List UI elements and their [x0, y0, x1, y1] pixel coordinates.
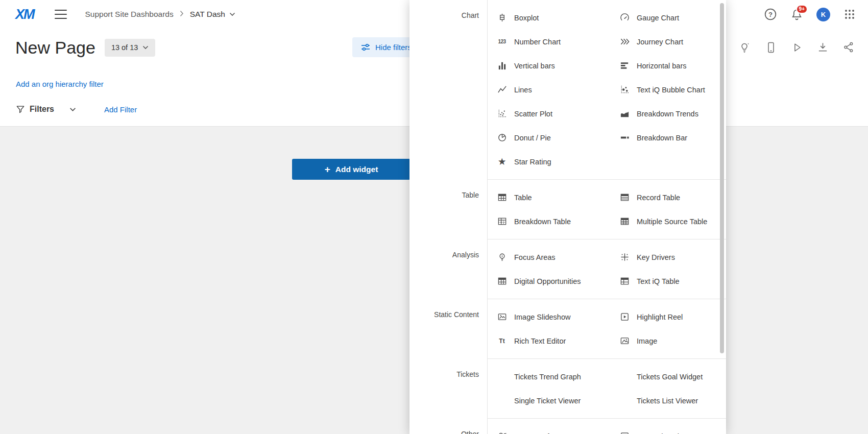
funnel-icon	[16, 105, 25, 114]
org-hierarchy-filter-link[interactable]: Add an org hierarchy filter	[16, 80, 104, 88]
widget-item-breakdown-table[interactable]: Breakdown Table	[488, 216, 610, 227]
page-selector[interactable]: 13 of 13	[105, 39, 155, 57]
filter-sliders-icon	[360, 42, 371, 53]
apps-grid-icon[interactable]	[843, 8, 856, 20]
widget-item-record-table[interactable]: Record Table	[610, 192, 726, 203]
record-table-icon	[619, 192, 630, 203]
widget-item-scatter-plot[interactable]: Scatter Plot	[488, 109, 610, 119]
textiq-bubble-chart-icon	[619, 85, 630, 95]
widget-item-star-rating[interactable]: ★ Star Rating	[488, 157, 610, 167]
filters-row: Filters Add Filter	[16, 100, 137, 118]
help-icon[interactable]: ?	[764, 8, 777, 21]
notifications-bell-icon[interactable]: 9+	[790, 8, 803, 21]
widget-item-digital-opportunities[interactable]: Digital Opportunities	[488, 276, 610, 286]
filters-toggle[interactable]: Filters	[16, 105, 76, 114]
widget-item-number-chart[interactable]: 123 Number Chart	[488, 37, 610, 47]
widget-item-textiq-bubble-chart[interactable]: Text iQ Bubble Chart	[610, 85, 726, 95]
panel-scrollbar[interactable]	[720, 3, 724, 353]
star-icon: ★	[497, 157, 507, 167]
rich-text-icon: Tt	[497, 336, 507, 346]
section-label: Table	[409, 180, 487, 239]
widget-item-breakdown-trends[interactable]: Breakdown Trends	[610, 109, 726, 119]
xm-logo[interactable]: XM	[15, 7, 34, 22]
mobile-preview-icon[interactable]	[765, 41, 777, 54]
widget-item-tickets-trend-graph[interactable]: Tickets Trend Graph	[488, 373, 610, 381]
widget-item-lines[interactable]: Lines	[488, 85, 610, 95]
digital-opportunities-icon	[497, 276, 507, 286]
horizontal-bars-icon	[619, 61, 630, 71]
widget-item-textiq-table[interactable]: Text iQ Table	[610, 276, 726, 286]
download-icon[interactable]	[817, 41, 829, 53]
widget-item-breakdown-bar[interactable]: Breakdown Bar	[610, 133, 726, 143]
chevron-down-icon	[142, 45, 149, 50]
breakdown-table-icon	[497, 216, 507, 227]
widget-item-tickets-list-viewer[interactable]: Tickets List Viewer	[610, 397, 726, 405]
panel-section-static-content: Static Content Image Slideshow Highlight…	[409, 299, 726, 359]
widget-item-boxplot[interactable]: Boxplot	[488, 13, 610, 23]
widget-item-image[interactable]: Image	[610, 336, 726, 346]
add-widget-button[interactable]: + Add widget	[292, 159, 411, 180]
section-label: Chart	[409, 0, 487, 180]
widget-item-image-slideshow[interactable]: Image Slideshow	[488, 312, 610, 322]
breadcrumb: Support Site Dashboards SAT Dash	[85, 10, 235, 19]
chevron-down-icon	[229, 12, 235, 16]
panel-section-other: Other Agent Performance Interaction List	[409, 419, 726, 434]
widget-item-multiple-source-table[interactable]: Multiple Source Table	[610, 216, 726, 227]
agent-performance-icon	[497, 431, 507, 434]
user-avatar[interactable]: K	[816, 8, 830, 21]
notifications-badge: 9+	[796, 5, 808, 14]
panel-section-chart: Chart Boxplot Gauge Chart 123 Number Cha…	[409, 0, 726, 180]
widget-item-journey-chart[interactable]: Journey Chart	[610, 37, 726, 47]
image-icon	[619, 336, 630, 346]
chevron-down-icon	[69, 107, 76, 112]
widget-item-tickets-goal-widget[interactable]: Tickets Goal Widget	[610, 373, 726, 381]
focus-areas-lightbulb-icon	[497, 252, 507, 262]
table-icon	[497, 192, 507, 203]
vertical-bars-icon	[497, 61, 507, 71]
breadcrumb-separator-icon	[180, 10, 184, 19]
number-chart-icon: 123	[497, 37, 507, 47]
insights-lightbulb-icon[interactable]	[738, 41, 751, 54]
org-hierarchy-row: Add an org hierarchy filter	[16, 80, 104, 89]
breakdown-bar-icon	[619, 133, 630, 143]
widget-item-agent-performance[interactable]: Agent Performance	[488, 431, 610, 434]
section-label: Tickets	[409, 359, 487, 419]
widget-item-key-drivers[interactable]: Key Drivers	[610, 252, 726, 262]
gauge-chart-icon	[619, 13, 630, 23]
hamburger-menu-icon[interactable]	[55, 10, 67, 19]
page-title: New Page	[15, 38, 95, 58]
key-drivers-icon	[619, 252, 630, 262]
highlight-reel-icon	[619, 312, 630, 322]
share-icon[interactable]	[843, 41, 855, 53]
section-label: Analysis	[409, 239, 487, 299]
textiq-table-icon	[619, 276, 630, 286]
section-label: Static Content	[409, 299, 487, 359]
breakdown-trends-icon	[619, 109, 630, 119]
panel-section-table: Table Table Record Table Breakdown Table…	[409, 180, 726, 239]
widget-item-vertical-bars[interactable]: Vertical bars	[488, 61, 610, 71]
widget-item-gauge-chart[interactable]: Gauge Chart	[610, 13, 726, 23]
widget-item-highlight-reel[interactable]: Highlight Reel	[610, 312, 726, 322]
play-icon[interactable]	[791, 42, 803, 53]
topbar-actions: ? 9+ K	[764, 0, 856, 29]
lines-chart-icon	[497, 85, 507, 95]
header-actions	[738, 37, 855, 57]
donut-pie-icon	[497, 133, 507, 143]
widget-item-horizontal-bars[interactable]: Horizontal bars	[610, 61, 726, 71]
widget-item-rich-text-editor[interactable]: Tt Rich Text Editor	[488, 336, 610, 346]
widget-picker-panel: Chart Boxplot Gauge Chart 123 Number Cha…	[409, 0, 726, 434]
widget-item-table[interactable]: Table	[488, 192, 610, 203]
svg-text:?: ?	[768, 11, 773, 18]
plus-icon: +	[325, 164, 330, 174]
scatter-plot-icon	[497, 109, 507, 119]
breadcrumb-current[interactable]: SAT Dash	[190, 10, 235, 19]
panel-section-tickets: Tickets Tickets Trend Graph Tickets Goal…	[409, 359, 726, 419]
widget-item-focus-areas[interactable]: Focus Areas	[488, 252, 610, 262]
widget-item-interaction-list[interactable]: Interaction List	[610, 431, 726, 434]
section-label: Other	[409, 419, 487, 434]
widget-item-single-ticket-viewer[interactable]: Single Ticket Viewer	[488, 397, 610, 405]
widget-item-donut-pie[interactable]: Donut / Pie	[488, 133, 610, 143]
journey-chart-icon	[619, 37, 630, 47]
add-filter-link[interactable]: Add Filter	[104, 105, 137, 114]
breadcrumb-root[interactable]: Support Site Dashboards	[85, 10, 174, 19]
